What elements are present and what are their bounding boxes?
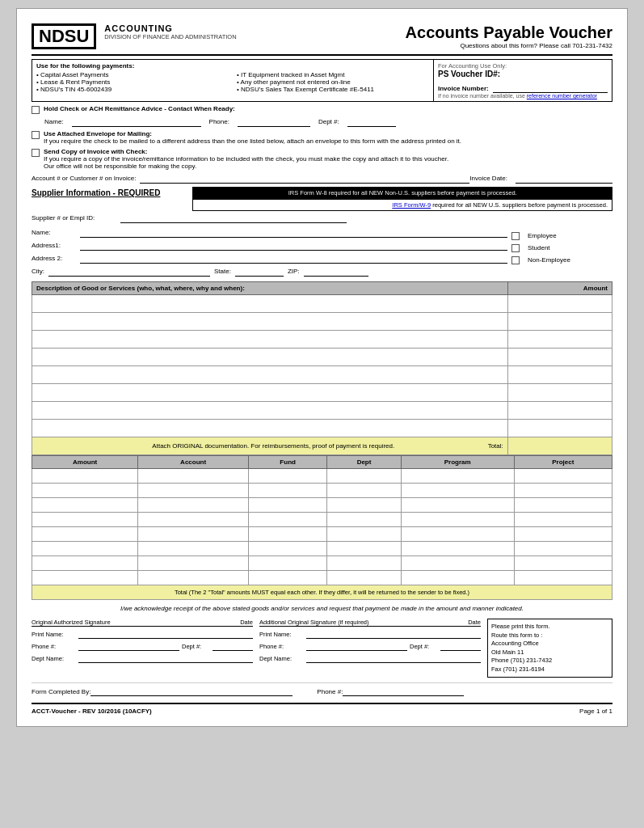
add-deptname-field[interactable] [306, 653, 481, 663]
nonemployee-checkbox[interactable] [511, 256, 520, 264]
acct-amount-2[interactable] [32, 484, 138, 498]
acct-program-2[interactable] [401, 484, 514, 498]
amount-cell-3[interactable] [507, 331, 612, 349]
acct-program-1[interactable] [401, 469, 514, 484]
add-dept-field[interactable] [440, 641, 481, 651]
acct-dept-1[interactable] [327, 469, 402, 484]
acct-dept-7[interactable] [327, 556, 402, 571]
desc-cell-2[interactable] [32, 313, 508, 331]
irs-w9-link[interactable]: IRS Form/W-9 [392, 201, 431, 209]
address2-field[interactable] [80, 253, 507, 264]
acct-amount-8[interactable] [32, 571, 138, 585]
amount-cell-4[interactable] [507, 349, 612, 366]
add-phone-field[interactable] [306, 641, 407, 651]
acct-fund-4[interactable] [249, 513, 327, 527]
attached-envelope-checkbox[interactable] [32, 131, 40, 139]
acct-account-4[interactable] [138, 513, 249, 527]
acct-account-7[interactable] [138, 556, 249, 571]
acct-project-4[interactable] [514, 513, 612, 527]
acct-amount-7[interactable] [32, 556, 138, 571]
phone-input[interactable] [238, 116, 310, 127]
orig-phone-field[interactable] [78, 641, 179, 651]
acct-dept-3[interactable] [327, 498, 402, 513]
acct-account-5[interactable] [138, 527, 249, 542]
reference-number-link[interactable]: reference number generator [527, 93, 597, 99]
irs-w8-box: IRS Form W-8 required for all NEW Non-U.… [192, 187, 612, 199]
acct-project-3[interactable] [514, 498, 612, 513]
amount-cell-2[interactable] [507, 313, 612, 331]
acct-account-2[interactable] [138, 484, 249, 498]
form-completed-field[interactable] [90, 686, 293, 696]
acct-amount-6[interactable] [32, 542, 138, 556]
orig-dept-field[interactable] [213, 641, 253, 651]
orig-deptname-field[interactable] [78, 653, 253, 663]
desc-cell-7[interactable] [32, 402, 508, 420]
acct-dept-8[interactable] [327, 571, 402, 585]
name-input[interactable] [72, 116, 201, 127]
acct-account-3[interactable] [138, 498, 249, 513]
supplier-id-field[interactable] [120, 213, 347, 223]
orig-print-field[interactable] [78, 629, 253, 639]
desc-cell-4[interactable] [32, 349, 508, 366]
city-field[interactable] [48, 266, 210, 277]
desc-cell-5[interactable] [32, 366, 508, 384]
amount-cell-5[interactable] [507, 366, 612, 384]
desc-cell-8[interactable] [32, 420, 508, 437]
acct-project-1[interactable] [514, 469, 612, 484]
acct-fund-1[interactable] [249, 469, 327, 484]
acct-project-7[interactable] [514, 556, 612, 571]
amount-cell-6[interactable] [507, 384, 612, 402]
acct-program-5[interactable] [401, 527, 514, 542]
acct-project-8[interactable] [514, 571, 612, 585]
acknowledgement-text: I/we acknowledge receipt of the above st… [32, 605, 612, 612]
amount-cell-1[interactable] [507, 295, 612, 313]
acct-program-7[interactable] [401, 556, 514, 571]
acct-dept-5[interactable] [327, 527, 402, 542]
acct-program-8[interactable] [401, 571, 514, 585]
acct-account-1[interactable] [138, 469, 249, 484]
acct-project-2[interactable] [514, 484, 612, 498]
acct-account-8[interactable] [138, 571, 249, 585]
acct-account-6[interactable] [138, 542, 249, 556]
acct-amount-1[interactable] [32, 469, 138, 484]
acct-project-6[interactable] [514, 542, 612, 556]
address1-field[interactable] [80, 240, 507, 251]
account-field[interactable] [140, 173, 469, 184]
total-amount-cell[interactable] [507, 437, 612, 455]
acct-fund-3[interactable] [249, 498, 327, 513]
student-checkbox[interactable] [511, 244, 520, 252]
acct-fund-5[interactable] [249, 527, 327, 542]
desc-cell-3[interactable] [32, 331, 508, 349]
acct-dept-4[interactable] [327, 513, 402, 527]
desc-cell-1[interactable] [32, 295, 508, 313]
form-phone-field[interactable] [343, 686, 464, 696]
acct-dept-6[interactable] [327, 542, 402, 556]
desc-cell-6[interactable] [32, 384, 508, 402]
acct-program-4[interactable] [401, 513, 514, 527]
zip-field[interactable] [304, 266, 368, 277]
acct-fund-6[interactable] [249, 542, 327, 556]
invoice-date-field[interactable] [516, 173, 612, 184]
name-field[interactable] [80, 227, 507, 238]
employee-checkbox[interactable] [511, 232, 520, 240]
send-copy-checkbox[interactable] [32, 149, 40, 157]
amount-cell-8[interactable] [507, 420, 612, 437]
acct-amount-3[interactable] [32, 498, 138, 513]
add-print-field[interactable] [306, 629, 481, 639]
acct-dept-2[interactable] [327, 484, 402, 498]
invoice-number-field[interactable] [493, 83, 608, 93]
acct-amount-4[interactable] [32, 513, 138, 527]
acct-program-6[interactable] [401, 542, 514, 556]
acct-program-3[interactable] [401, 498, 514, 513]
acct-amount-5[interactable] [32, 527, 138, 542]
amount-cell-7[interactable] [507, 402, 612, 420]
acct-fund-2[interactable] [249, 484, 327, 498]
acct-fund-8[interactable] [249, 571, 327, 585]
acct-project-5[interactable] [514, 527, 612, 542]
dept-input[interactable] [347, 116, 396, 127]
original-sig-title: Original Authorized Signature [32, 619, 111, 626]
supplier-title: Supplier Information - REQUIRED [32, 187, 160, 211]
hold-check-checkbox[interactable] [32, 106, 40, 114]
acct-fund-7[interactable] [249, 556, 327, 571]
state-field[interactable] [235, 266, 284, 277]
